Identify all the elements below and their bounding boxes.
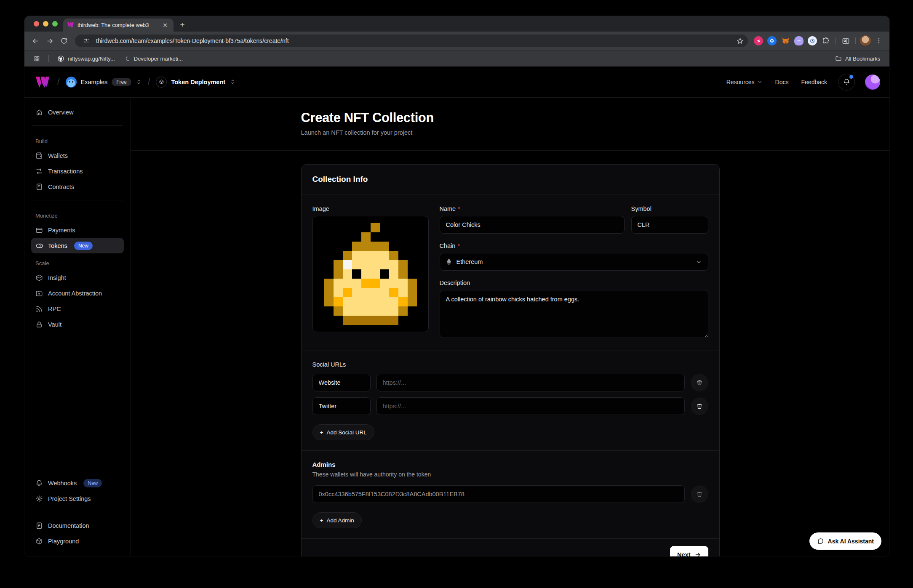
github-icon — [57, 55, 64, 62]
address-bar[interactable]: thirdweb.com/team/examples/Token-Deploym… — [75, 35, 748, 47]
chain-value: Ethereum — [456, 258, 483, 265]
tab-close-icon[interactable]: ✕ — [161, 21, 169, 29]
bookmark-item[interactable]: niftyswap.gg/Nifty... — [54, 53, 118, 64]
browser-window: thirdweb: The complete web3 ✕ + thirdweb… — [24, 16, 889, 556]
folder-icon — [35, 290, 43, 297]
webhooks-new-badge: New — [83, 479, 102, 487]
sidebar-item-project-settings[interactable]: Project Settings — [31, 491, 124, 506]
maximize-window-button[interactable] — [52, 21, 58, 27]
arrow-right-icon — [694, 551, 701, 556]
social-platform-input[interactable] — [312, 374, 371, 391]
social-urls-label: Social URLs — [312, 361, 708, 368]
toolbar-divider — [855, 37, 856, 44]
package-icon — [35, 274, 43, 282]
next-button[interactable]: Next — [670, 546, 708, 556]
folder-icon — [835, 55, 842, 62]
sidebar-item-wallets[interactable]: Wallets — [31, 148, 124, 163]
sidebar-item-payments[interactable]: Payments — [31, 222, 124, 238]
bookmark-label: Developer marketi... — [134, 56, 183, 62]
sidebar-item-insight[interactable]: Insight — [31, 270, 124, 285]
project-icon — [156, 77, 167, 88]
extension-metamask-icon[interactable] — [779, 35, 792, 47]
sidebar-item-overview[interactable]: Overview — [31, 104, 124, 120]
extensions-puzzle-icon[interactable] — [820, 35, 832, 47]
sidebar-item-documentation[interactable]: Documentation — [31, 518, 124, 533]
chain-select[interactable]: Ethereum — [440, 253, 708, 271]
sidebar-item-rpc[interactable]: RPC — [31, 301, 124, 317]
sidebar-item-webhooks[interactable]: Webhooks New — [31, 475, 124, 491]
delete-admin-button[interactable] — [691, 485, 708, 503]
add-admin-button[interactable]: + Add Admin — [312, 512, 362, 528]
back-button[interactable] — [29, 34, 42, 48]
delete-social-url-button[interactable] — [691, 374, 708, 391]
notifications-button[interactable] — [838, 74, 855, 90]
sidebar-item-playground[interactable]: Playground — [31, 533, 124, 549]
symbol-input[interactable] — [631, 216, 708, 234]
all-bookmarks-button[interactable]: All Bookmarks — [832, 53, 884, 64]
project-switcher-icon[interactable] — [230, 79, 236, 85]
collection-image-pixel-grid — [315, 223, 426, 325]
extension-phantom-icon[interactable] — [793, 35, 805, 47]
chevron-down-icon — [757, 79, 763, 85]
extension-clock-icon[interactable] — [806, 35, 819, 47]
sidebar-item-account-abstraction[interactable]: Account Abstraction — [31, 285, 124, 301]
nav-docs[interactable]: Docs — [775, 79, 789, 85]
sidebar-item-contracts[interactable]: Contracts — [31, 179, 124, 194]
browser-tab[interactable]: thirdweb: The complete web3 ✕ — [63, 19, 174, 32]
extension-blue-icon[interactable] — [766, 35, 778, 47]
team-name: Examples — [81, 79, 108, 85]
gear-icon — [35, 495, 43, 503]
add-social-url-button[interactable]: + Add Social URL — [312, 424, 374, 440]
team-avatar — [66, 77, 77, 88]
thirdweb-logo[interactable] — [34, 77, 51, 88]
user-avatar[interactable] — [865, 74, 880, 90]
sidebar-section-monetize: Monetize — [35, 213, 120, 219]
chrome-profile-avatar[interactable] — [859, 35, 872, 47]
collection-image-upload[interactable] — [312, 216, 429, 332]
plan-badge: Free — [112, 78, 131, 86]
sidebar-item-tokens[interactable]: Tokens New — [31, 238, 124, 253]
social-url-input[interactable] — [376, 374, 685, 391]
ethereum-icon — [446, 258, 452, 265]
chain-field: Chain* Ethereum — [440, 242, 708, 271]
social-url-input[interactable] — [376, 397, 685, 415]
site-settings-icon[interactable] — [81, 35, 92, 46]
side-panel-icon[interactable] — [839, 35, 852, 47]
extension-1password-icon[interactable] — [752, 35, 765, 47]
sidebar-item-vault[interactable]: Vault — [31, 317, 124, 332]
breadcrumb-project[interactable]: Token Deployment — [156, 77, 236, 88]
nav-resources[interactable]: Resources — [726, 79, 763, 85]
breadcrumb-separator: / — [148, 77, 150, 87]
sidebar-section-build: Build — [35, 138, 120, 144]
new-tab-button[interactable]: + — [176, 19, 189, 31]
admin-address-input[interactable] — [312, 485, 685, 503]
nav-feedback[interactable]: Feedback — [801, 79, 827, 85]
description-textarea[interactable] — [440, 290, 708, 338]
bookmark-star-icon[interactable] — [734, 35, 745, 46]
reload-button[interactable] — [57, 34, 71, 48]
social-platform-input[interactable] — [312, 397, 371, 415]
browser-menu-icon[interactable] — [873, 35, 885, 47]
sidebar-item-transactions[interactable]: Transactions — [31, 163, 124, 179]
breadcrumb-team[interactable]: Examples Free — [66, 77, 142, 88]
arrows-swap-icon — [35, 168, 43, 175]
close-window-button[interactable] — [34, 21, 39, 27]
thirdweb-dashboard: / Examples Free / Token Deployment — [24, 67, 889, 556]
image-label: Image — [312, 205, 429, 212]
apps-grid-icon[interactable] — [30, 54, 43, 64]
plus-icon: + — [320, 429, 323, 436]
team-switcher-icon[interactable] — [136, 79, 142, 85]
ask-ai-assistant-button[interactable]: Ask AI Assistant — [809, 532, 881, 550]
delete-social-url-button[interactable] — [691, 397, 708, 415]
sidebar-divider — [32, 125, 123, 126]
minimize-window-button[interactable] — [43, 21, 48, 27]
bell-icon — [35, 479, 43, 487]
social-url-row — [312, 397, 708, 415]
trash-icon — [696, 403, 703, 410]
forward-button[interactable] — [43, 34, 56, 48]
name-input[interactable] — [440, 216, 625, 234]
sidebar-divider — [32, 512, 123, 512]
chat-bubble-icon — [817, 537, 824, 545]
bookmark-item[interactable]: Developer marketi... — [121, 54, 186, 64]
admins-section: Admins These wallets will have authority… — [302, 450, 719, 538]
